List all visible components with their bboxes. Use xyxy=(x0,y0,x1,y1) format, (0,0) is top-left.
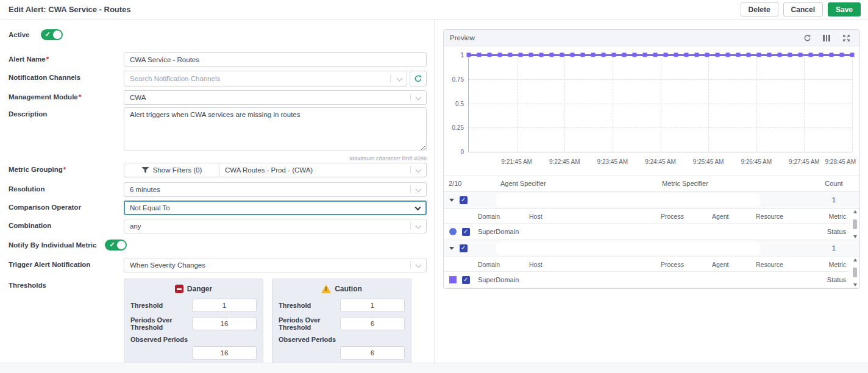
series-point-marker xyxy=(685,53,689,57)
series-point-marker xyxy=(830,53,834,57)
expand-icon xyxy=(842,34,850,42)
danger-observed-input[interactable] xyxy=(192,346,257,360)
y-tick-label: 0.5 xyxy=(455,100,464,107)
series-point-marker xyxy=(799,53,803,57)
notification-channels-input[interactable] xyxy=(124,71,407,87)
page-title: Edit Alert: CWA Service - Routes xyxy=(9,5,131,14)
metric-grouping-label: Metric Grouping* xyxy=(9,163,124,173)
refresh-icon xyxy=(803,34,811,42)
active-toggle[interactable] xyxy=(41,29,63,40)
combination-select[interactable]: any xyxy=(124,219,427,233)
comparison-operator-select[interactable]: Not Equal To xyxy=(124,201,427,215)
caution-observed-input[interactable] xyxy=(340,346,405,360)
subcol-host: Host xyxy=(529,261,661,268)
series-point-marker xyxy=(664,53,668,57)
metric-group: 1 Domain Host Process Agent Resource Met… xyxy=(444,240,859,288)
scrollbar-thumb[interactable] xyxy=(853,219,857,229)
x-tick-label: 9:25:45 AM xyxy=(693,158,724,165)
metric-grouping-select[interactable]: CWA Routes - Prod - (CWA) xyxy=(219,163,427,177)
notify-by-individual-metric-toggle[interactable] xyxy=(105,240,127,250)
group-checkbox[interactable] xyxy=(460,196,468,204)
y-gridline xyxy=(469,104,852,104)
table-row: SuperDomain Status xyxy=(444,272,850,288)
x-gridline xyxy=(852,55,853,152)
resolution-label: Resolution xyxy=(9,182,124,193)
column-agent-specifier: Agent Specifier xyxy=(500,180,546,187)
series-point-marker xyxy=(819,53,824,57)
agent-specifier-value-pill xyxy=(496,241,761,255)
danger-threshold-input[interactable] xyxy=(192,299,257,312)
pagination: 2/10 xyxy=(449,180,461,187)
subcol-process: Process xyxy=(661,261,712,268)
danger-icon xyxy=(175,285,183,293)
columns-toggle-button[interactable] xyxy=(819,32,834,43)
edit-alert-page: Edit Alert: CWA Service - Routes Delete … xyxy=(0,0,868,373)
sub-table-scrollbar[interactable] xyxy=(852,210,858,238)
refresh-chart-button[interactable] xyxy=(800,32,814,43)
group-count: 1 xyxy=(822,244,846,252)
separator xyxy=(410,166,411,174)
series-point-marker xyxy=(581,53,585,57)
cancel-button[interactable]: Cancel xyxy=(783,2,823,16)
group-detail: Domain Host Process Agent Resource Metri… xyxy=(444,257,859,288)
collapse-caret-icon[interactable] xyxy=(449,199,454,202)
cell-metric: Status xyxy=(814,228,850,235)
subcol-domain: Domain xyxy=(478,213,529,220)
trigger-alert-notification-label: Trigger Alert Notification xyxy=(9,258,124,268)
separator xyxy=(410,186,411,193)
y-tick-label: 1 xyxy=(460,52,464,59)
group-row: 1 xyxy=(444,192,859,208)
columns-icon xyxy=(823,35,830,41)
series-point-marker xyxy=(529,53,533,57)
description-label: Description xyxy=(9,107,124,118)
refresh-icon xyxy=(414,74,422,83)
scroll-up-icon[interactable] xyxy=(853,210,857,213)
subcol-agent: Agent xyxy=(712,213,756,220)
collapse-caret-icon[interactable] xyxy=(449,247,454,250)
group-checkbox[interactable] xyxy=(460,244,468,252)
danger-periods-input[interactable] xyxy=(192,317,257,330)
series-point-marker xyxy=(633,53,637,57)
separator xyxy=(410,222,411,230)
y-tick-label: 0.25 xyxy=(452,124,464,131)
scrollbar-thumb[interactable] xyxy=(853,268,857,277)
chevron-down-icon xyxy=(415,205,421,211)
scroll-down-icon[interactable] xyxy=(853,235,857,238)
column-count: Count xyxy=(822,180,846,187)
sub-table-scrollbar[interactable] xyxy=(852,258,858,286)
series-point-marker xyxy=(850,53,855,57)
caution-periods-input[interactable] xyxy=(340,317,405,330)
show-filters-button[interactable]: Show Filters (0) xyxy=(124,163,219,177)
chevron-down-icon xyxy=(416,223,422,229)
description-textarea[interactable]: Alert triggers when CWA services are mis… xyxy=(124,107,427,151)
resolution-select[interactable]: 6 minutes xyxy=(124,182,427,197)
preview-table-header: 2/10 Agent Specifier Metric Specifier Co… xyxy=(444,176,859,192)
subcol-metric: Metric xyxy=(814,213,850,220)
refresh-channels-button[interactable] xyxy=(410,71,427,87)
management-module-select[interactable]: CWA xyxy=(124,90,427,105)
save-button[interactable]: Save xyxy=(828,2,861,16)
row-checkbox[interactable] xyxy=(462,276,470,284)
series-point-marker xyxy=(477,53,482,57)
scroll-up-icon[interactable] xyxy=(853,258,857,261)
scroll-down-icon[interactable] xyxy=(853,283,857,286)
row-checkbox[interactable] xyxy=(462,228,470,236)
series-point-marker xyxy=(840,53,844,57)
series-point-marker xyxy=(508,53,513,57)
trigger-alert-notification-select[interactable]: When Severity Changes xyxy=(124,258,427,272)
series-point-marker xyxy=(467,53,471,57)
series-point-marker xyxy=(519,53,523,57)
alert-name-input[interactable] xyxy=(124,52,427,67)
preview-title: Preview xyxy=(450,34,475,41)
delete-button[interactable]: Delete xyxy=(741,2,778,16)
series-point-marker xyxy=(747,53,751,57)
separator xyxy=(410,261,411,269)
series-point-marker xyxy=(550,53,554,57)
expand-button[interactable] xyxy=(839,32,853,43)
caution-threshold-input[interactable] xyxy=(340,299,405,312)
series-point-marker xyxy=(716,53,720,57)
preview-chart: 9:21:45 AM9:22:45 AM9:23:45 AM9:24:45 AM… xyxy=(444,46,859,176)
series-point-marker xyxy=(612,53,616,57)
separator xyxy=(410,94,411,101)
required-asterisk: * xyxy=(63,166,66,173)
